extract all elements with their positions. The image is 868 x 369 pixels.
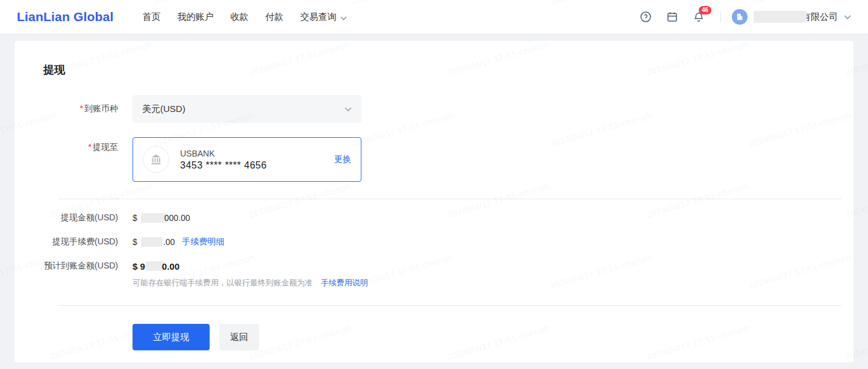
currency-selected-value: 美元(USD) — [142, 104, 186, 115]
currency-select[interactable]: 美元(USD) — [133, 95, 361, 123]
withdraw-amount-row: 提现金额(USD) $ 000.00 — [43, 212, 854, 223]
header-actions: 46 有限公司 — [625, 9, 851, 25]
company-name-redaction — [754, 11, 807, 23]
withdraw-to-row: *提现至 USBANK — [43, 137, 854, 182]
amount-redaction — [141, 237, 163, 247]
amount-redaction — [146, 261, 164, 271]
required-asterisk: * — [80, 104, 83, 113]
required-asterisk: * — [89, 142, 92, 152]
bank-fee-note: 可能存在银行端手续费用，以银行最终到账金额为准 手续费用说明 — [133, 278, 368, 288]
notification-count-badge: 46 — [699, 6, 711, 14]
company-name: 有限公司 — [802, 11, 838, 23]
account-menu[interactable]: 有限公司 — [732, 9, 851, 25]
bank-account-card[interactable]: USBANK 3453 **** **** 4656 更换 — [133, 137, 361, 182]
nav-item-transactions[interactable]: 交易查询 — [292, 11, 355, 23]
top-navbar: LianLian Global 首页 我的账户 收款 付款 交易查询 — [0, 0, 868, 34]
nav-item-pay[interactable]: 付款 — [257, 11, 292, 23]
withdraw-panel: 提现 *到账币种 美元(USD) *提现至 — [14, 41, 854, 362]
main-nav: 首页 我的账户 收款 付款 交易查询 — [134, 11, 355, 23]
currency-label: *到账币种 — [43, 104, 118, 114]
withdraw-now-button[interactable]: 立即提现 — [133, 324, 210, 350]
calendar-icon[interactable] — [666, 11, 678, 23]
chevron-down-icon — [345, 104, 352, 114]
section-divider — [58, 199, 841, 199]
nav-item-home[interactable]: 首页 — [134, 11, 169, 23]
bank-fee-note-row: 可能存在银行端手续费用，以银行最终到账金额为准 手续费用说明 — [43, 278, 854, 288]
header-divider — [720, 11, 721, 22]
fee-explanation-link[interactable]: 手续费用说明 — [321, 278, 368, 287]
withdraw-amount-value: $ 000.00 — [133, 213, 190, 223]
action-buttons: 立即提现 返回 — [133, 324, 854, 350]
nav-item-receive[interactable]: 收款 — [222, 11, 257, 23]
bank-name: USBANK — [180, 149, 267, 158]
estimated-amount-value: $ 9 0.00 — [133, 261, 180, 271]
fee-value: $ .00 手续费明细 — [133, 237, 224, 247]
estimated-amount-label: 预计到账金额(USD) — [43, 261, 118, 271]
notifications-bell-icon[interactable]: 46 — [693, 11, 705, 23]
withdraw-to-label: *提现至 — [43, 142, 118, 153]
help-icon[interactable] — [640, 11, 652, 23]
bank-icon — [143, 146, 169, 173]
chevron-down-icon — [340, 12, 347, 22]
bank-account-number: 3453 **** **** 4656 — [180, 160, 267, 171]
fee-label: 提现手续费(USD) — [43, 237, 118, 247]
currency-row: *到账币种 美元(USD) — [43, 95, 854, 123]
page-title: 提现 — [43, 63, 854, 77]
lianlian-global-logo[interactable]: LianLian Global — [17, 10, 114, 24]
nav-item-my-account[interactable]: 我的账户 — [169, 11, 222, 23]
estimated-amount-row: 预计到账金额(USD) $ 9 0.00 — [43, 261, 854, 271]
change-bank-link[interactable]: 更换 — [334, 154, 351, 165]
amount-redaction — [141, 213, 167, 223]
fee-row: 提现手续费(USD) $ .00 手续费明细 — [43, 237, 854, 247]
section-divider — [58, 305, 841, 306]
chevron-down-icon — [844, 11, 851, 22]
back-button[interactable]: 返回 — [219, 324, 259, 350]
company-avatar — [732, 9, 748, 25]
fee-detail-link[interactable]: 手续费明细 — [182, 237, 224, 247]
withdraw-amount-label: 提现金额(USD) — [43, 212, 118, 223]
